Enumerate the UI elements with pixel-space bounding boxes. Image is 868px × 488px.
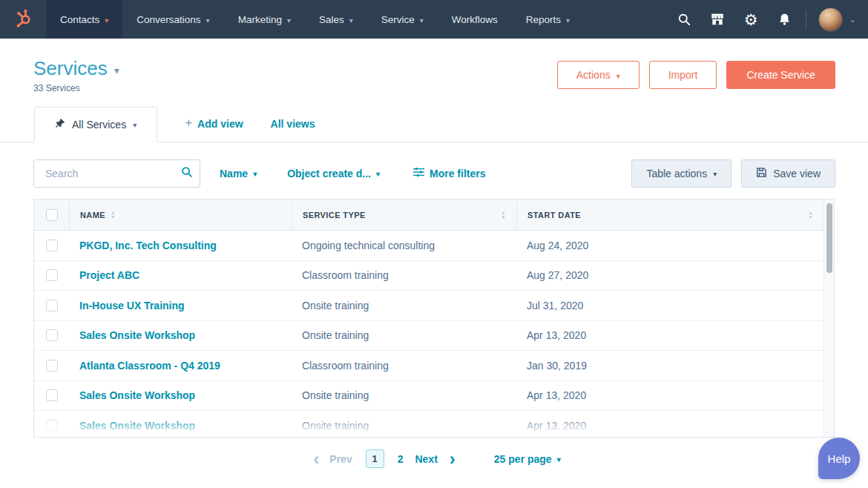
add-view-link[interactable]: + Add view — [185, 116, 243, 131]
table-row: Sales Onsite Workshop Onsite training Ap… — [34, 381, 823, 412]
help-label: Help — [828, 452, 851, 465]
row-checkbox[interactable] — [46, 300, 58, 311]
tab-label: All Services — [72, 119, 126, 131]
table-row: PKGD, Inc. Tech Consulting Ongoing techn… — [34, 231, 823, 261]
service-name-link[interactable]: PKGD, Inc. Tech Consulting — [79, 240, 217, 251]
sort-icon[interactable]: ▲▼ — [808, 211, 813, 219]
service-name-link[interactable]: Atlanta Classroom - Q4 2019 — [79, 360, 220, 372]
start-date-cell: Aug 27, 2020 — [516, 261, 823, 291]
service-type-cell: Onsite training — [292, 411, 516, 438]
account-menu[interactable]: ⌄ — [818, 7, 856, 32]
next-page-button[interactable]: Next — [415, 453, 437, 465]
actions-button[interactable]: Actions ▾ — [557, 61, 640, 89]
service-name-link[interactable]: In-House UX Training — [79, 300, 185, 311]
row-checkbox[interactable] — [46, 360, 58, 372]
service-type-cell: Classroom training — [292, 351, 516, 380]
column-header-name[interactable]: NAME ▲▼ — [69, 200, 292, 230]
nav-item-contacts[interactable]: Contacts ▾ — [46, 0, 122, 39]
nav-item-workflows[interactable]: Workflows — [438, 0, 512, 39]
name-filter-dropdown[interactable]: Name ▾ — [220, 168, 257, 179]
search-icon[interactable] — [181, 166, 193, 181]
chevron-right-icon[interactable]: › — [444, 450, 461, 468]
nav-item-sales[interactable]: Sales ▾ — [305, 0, 367, 39]
service-type-cell: Onsite training — [292, 321, 516, 351]
per-page-dropdown[interactable]: 25 per page ▾ — [494, 453, 561, 465]
column-header-start-date[interactable]: START DATE ▲▼ — [516, 200, 823, 230]
create-service-button[interactable]: Create Service — [726, 61, 835, 89]
chevron-left-icon[interactable]: ‹ — [307, 450, 325, 468]
tab-all-services[interactable]: All Services ▾ — [34, 107, 157, 142]
service-name-link[interactable]: Sales Onsite Workshop — [79, 389, 195, 401]
service-name-link[interactable]: Sales Onsite Workshop — [79, 420, 195, 432]
start-date-cell: Apr 13, 2020 — [516, 381, 823, 411]
search-icon[interactable] — [668, 0, 701, 39]
page-1-button[interactable]: 1 — [366, 449, 384, 468]
nav-divider — [806, 10, 806, 29]
table-row: Atlanta Classroom - Q4 2019 Classroom tr… — [34, 351, 823, 381]
nav-item-conversations[interactable]: Conversations ▾ — [122, 0, 223, 39]
add-view-label: Add view — [197, 118, 243, 130]
chevron-down-icon: ▾ — [349, 16, 353, 24]
sort-icon[interactable]: ▲▼ — [111, 211, 116, 219]
table-actions-button[interactable]: Table actions ▾ — [631, 159, 731, 188]
page-title-dropdown[interactable]: Services ▾ — [33, 58, 119, 79]
title-block: Services ▾ 33 Services — [33, 58, 119, 93]
table-row: In-House UX Training Onsite training Jul… — [34, 291, 823, 321]
page-header: Services ▾ 33 Services Actions ▾ Import … — [0, 39, 868, 93]
notifications-bell-icon[interactable] — [768, 0, 801, 39]
chevron-down-icon: ▾ — [287, 16, 291, 24]
marketplace-icon[interactable] — [701, 0, 734, 39]
name-filter-label: Name — [220, 168, 248, 179]
chevron-down-icon: ▾ — [133, 121, 137, 129]
table-header-row: NAME ▲▼ SERVICE TYPE ▲▼ START DATE ▲▼ — [34, 200, 823, 231]
start-date-cell: Jan 30, 2019 — [516, 351, 823, 380]
plus-icon: + — [185, 116, 192, 131]
row-checkbox[interactable] — [46, 269, 58, 281]
chevron-down-icon: ▾ — [114, 65, 119, 76]
service-type-cell: Onsite training — [292, 291, 516, 320]
row-checkbox[interactable] — [46, 420, 58, 432]
import-button[interactable]: Import — [649, 61, 717, 89]
hubspot-logo[interactable] — [0, 0, 46, 39]
page-2-button[interactable]: 2 — [398, 453, 404, 465]
save-view-button[interactable]: Save view — [741, 159, 835, 188]
nav-item-reports[interactable]: Reports ▾ — [512, 0, 584, 39]
pin-icon — [55, 118, 65, 131]
chevron-down-icon: ▾ — [557, 455, 561, 464]
row-checkbox[interactable] — [46, 240, 58, 251]
row-checkbox[interactable] — [46, 329, 58, 341]
table-actions-label: Table actions — [646, 168, 707, 179]
more-filters-button[interactable]: More filters — [413, 167, 485, 179]
nav-utilities: ⚙ ⌄ — [668, 0, 868, 39]
column-header-service-type[interactable]: SERVICE TYPE ▲▼ — [292, 200, 516, 230]
header-checkbox-cell — [34, 200, 69, 230]
all-views-link[interactable]: All views — [271, 118, 315, 130]
create-date-filter-label: Object create d... — [287, 168, 371, 179]
settings-gear-icon[interactable]: ⚙ — [734, 0, 768, 39]
table-scrollbar[interactable] — [823, 200, 834, 437]
chevron-down-icon: ⌄ — [849, 15, 856, 24]
scrollbar-thumb[interactable] — [826, 203, 832, 273]
chevron-down-icon: ▾ — [420, 16, 424, 24]
view-tabs: All Services ▾ + Add view All views — [0, 106, 868, 142]
create-date-filter-dropdown[interactable]: Object create d... ▾ — [287, 168, 380, 179]
nav-label: Reports — [526, 14, 561, 25]
search-input[interactable] — [44, 167, 181, 180]
chevron-down-icon: ▾ — [617, 72, 620, 80]
per-page-label: 25 per page — [494, 453, 552, 465]
select-all-checkbox[interactable] — [46, 209, 58, 221]
nav-item-marketing[interactable]: Marketing ▾ — [224, 0, 305, 39]
nav-label: Service — [381, 14, 415, 25]
service-type-cell: Onsite training — [292, 381, 516, 411]
start-date-cell: Aug 24, 2020 — [516, 231, 823, 260]
service-type-cell: Classroom training — [292, 261, 516, 291]
prev-page-button[interactable]: Prev — [329, 453, 352, 465]
help-button[interactable]: Help — [818, 438, 860, 479]
chevron-down-icon: ▾ — [376, 170, 380, 178]
service-name-link[interactable]: Sales Onsite Workshop — [79, 329, 195, 341]
row-checkbox[interactable] — [46, 389, 58, 401]
chevron-down-icon: ▾ — [105, 16, 108, 24]
sort-icon[interactable]: ▲▼ — [501, 211, 506, 219]
nav-item-service[interactable]: Service ▾ — [367, 0, 438, 39]
service-name-link[interactable]: Project ABC — [79, 269, 139, 281]
